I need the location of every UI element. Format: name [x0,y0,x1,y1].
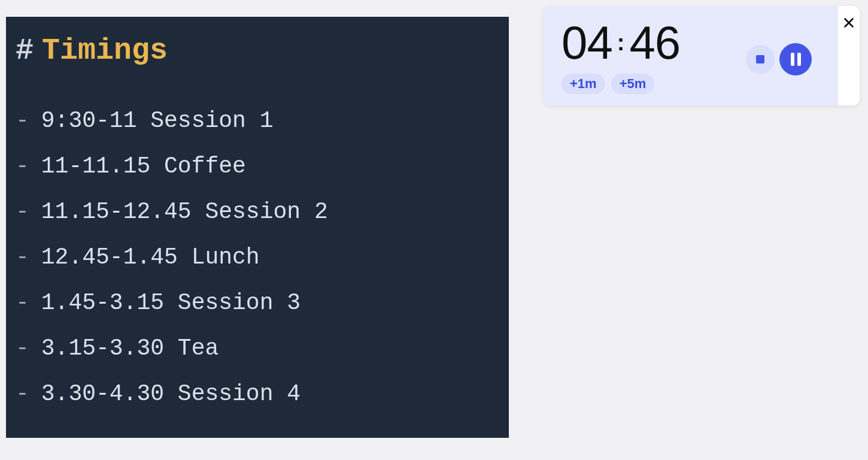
timer-widget: 04 : 46 +1m +5m [544,6,860,105]
bullet-dash: - [16,246,29,269]
list-item: - 3.15-3.30 Tea [16,337,499,360]
pause-icon [791,53,801,66]
list-item-text: 9:30-11 Session 1 [41,110,274,132]
heading-hash: # [16,34,34,68]
list-item: - 11-11.15 Coffee [16,155,499,178]
time-seconds: 46 [629,16,680,70]
close-button[interactable] [840,14,857,31]
close-icon [842,16,855,29]
list-item-text: 12.45-1.45 Lunch [41,246,260,269]
timings-slide: # Timings - 9:30-11 Session 1 - 11-11.15… [6,17,509,438]
list-item-text: 11.15-12.45 Session 2 [41,201,328,223]
list-item-text: 1.45-3.15 Session 3 [41,292,301,314]
bullet-dash: - [16,383,29,405]
bullet-dash: - [16,155,29,178]
list-item-text: 11-11.15 Coffee [41,155,246,178]
add-5m-button[interactable]: +5m [611,74,655,94]
list-item: - 9:30-11 Session 1 [16,110,499,132]
list-item: - 1.45-3.15 Session 3 [16,292,499,314]
pause-button[interactable] [779,43,812,75]
bullet-dash: - [16,110,29,132]
timer-controls [746,43,812,75]
bullet-dash: - [16,201,29,223]
bullet-dash: - [16,292,29,314]
stop-icon [756,55,764,63]
list-item: - 12.45-1.45 Lunch [16,246,499,269]
add-time-row: +1m +5m [562,74,849,94]
list-item: - 11.15-12.45 Session 2 [16,201,499,223]
heading-text: Timings [42,34,168,68]
stop-button[interactable] [746,45,775,74]
list-item-text: 3.15-3.30 Tea [41,337,218,360]
bullet-dash: - [16,337,29,360]
time-colon: : [617,30,625,56]
list-item: - 3.30-4.30 Session 4 [16,383,499,405]
time-minutes: 04 [562,16,612,70]
heading-row: # Timings [16,34,499,68]
add-1m-button[interactable]: +1m [562,74,605,94]
list-item-text: 3.30-4.30 Session 4 [41,383,301,405]
